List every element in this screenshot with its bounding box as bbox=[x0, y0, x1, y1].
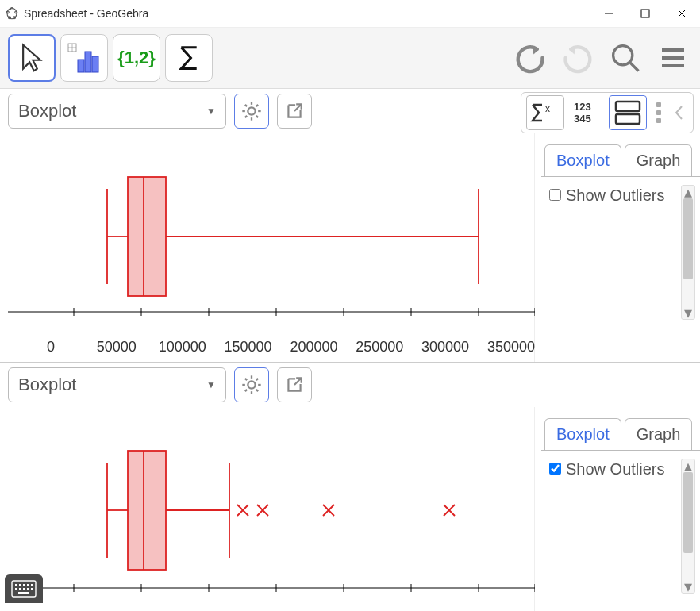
svg-rect-13 bbox=[78, 60, 84, 72]
plot1-show-outliers-label: Show Outliers bbox=[566, 185, 665, 206]
window-minimize-button[interactable] bbox=[590, 0, 627, 27]
undo-button[interactable] bbox=[511, 39, 549, 77]
svg-rect-89 bbox=[19, 588, 21, 590]
plot1-tab-graph[interactable]: Graph bbox=[625, 144, 693, 176]
virtual-keyboard-button[interactable] bbox=[5, 574, 43, 603]
main-toolbar: {1,2} bbox=[0, 27, 700, 89]
plot1-axis-labels: 0500001000001500002000002500003000003500… bbox=[51, 336, 535, 362]
plot2-show-outliers-label: Show Outliers bbox=[566, 459, 665, 479]
analysis-toolbar: x 123345 bbox=[521, 92, 694, 133]
list-icon: {1,2} bbox=[117, 48, 156, 68]
tool-one-variable-analysis[interactable] bbox=[60, 34, 108, 82]
plot2-show-outliers-input[interactable] bbox=[549, 463, 561, 475]
plot1-side-panel: Boxplot Graph Show Outliers ▴ ▾ bbox=[541, 141, 700, 328]
svg-line-56 bbox=[256, 390, 258, 391]
plot2-settings-button[interactable] bbox=[234, 367, 269, 402]
plot2-tab-boxplot[interactable]: Boxplot bbox=[544, 418, 621, 450]
chevron-down-icon: ▾ bbox=[682, 306, 694, 319]
svg-rect-91 bbox=[27, 588, 29, 590]
svg-line-57 bbox=[245, 390, 247, 391]
layout-button[interactable] bbox=[609, 95, 647, 130]
plot2-show-outliers-checkbox[interactable]: Show Outliers bbox=[549, 459, 665, 479]
plot2-type-label: Boxplot bbox=[18, 375, 76, 395]
plot2-chart-area: 0500001000001500002000002500003000003500… bbox=[0, 407, 535, 611]
svg-point-50 bbox=[248, 381, 255, 388]
scrollbar-thumb[interactable] bbox=[683, 472, 693, 553]
window-close-button[interactable] bbox=[663, 0, 700, 27]
plot1-show-outliers-input[interactable] bbox=[549, 189, 561, 201]
window-titlebar: Spreadsheet - GeoGebra bbox=[0, 0, 700, 27]
plot2-side-panel: Boxplot Graph Show Outliers ▴ ▾ bbox=[541, 415, 700, 601]
chevron-down-icon: ▼ bbox=[206, 379, 216, 390]
svg-rect-72 bbox=[128, 451, 166, 570]
plot1-settings-button[interactable] bbox=[234, 94, 269, 129]
svg-rect-88 bbox=[15, 588, 17, 590]
plot1-type-dropdown[interactable]: Boxplot ▼ bbox=[8, 94, 226, 129]
svg-line-26 bbox=[245, 105, 247, 106]
svg-text:345: 345 bbox=[574, 113, 591, 125]
boxplot-2 bbox=[0, 407, 535, 605]
svg-rect-84 bbox=[19, 584, 21, 586]
window-maximize-button[interactable] bbox=[627, 0, 663, 27]
plot1-type-label: Boxplot bbox=[18, 101, 76, 121]
tool-create-list[interactable]: {1,2} bbox=[113, 34, 160, 82]
plot2-scrollbar[interactable]: ▴ ▾ bbox=[681, 459, 695, 594]
plot1-popout-button[interactable] bbox=[277, 94, 312, 129]
window-title: Spreadsheet - GeoGebra bbox=[24, 7, 148, 20]
svg-rect-33 bbox=[616, 102, 640, 111]
svg-line-17 bbox=[630, 63, 639, 71]
statistics-button[interactable]: x bbox=[526, 95, 564, 130]
svg-rect-93 bbox=[18, 592, 29, 594]
plot1-tab-boxplot[interactable]: Boxplot bbox=[544, 144, 621, 176]
plot1-chart-area: 0500001000001500002000002500003000003500… bbox=[0, 133, 535, 362]
plot2-axis-labels: 0500001000001500002000002500003000003500… bbox=[51, 605, 535, 611]
svg-text:123: 123 bbox=[574, 101, 591, 113]
tool-move[interactable] bbox=[8, 34, 56, 82]
search-button[interactable] bbox=[606, 39, 644, 77]
redo-button[interactable] bbox=[559, 39, 597, 77]
boxplot-1 bbox=[0, 133, 535, 336]
scrollbar-thumb[interactable] bbox=[683, 198, 693, 279]
plot2-type-dropdown[interactable]: Boxplot ▼ bbox=[8, 367, 226, 402]
svg-rect-86 bbox=[27, 584, 29, 586]
svg-point-16 bbox=[613, 46, 633, 65]
svg-rect-90 bbox=[23, 588, 25, 590]
svg-line-27 bbox=[256, 116, 258, 117]
chevron-down-icon: ▼ bbox=[206, 106, 216, 117]
svg-rect-15 bbox=[92, 56, 98, 72]
svg-rect-7 bbox=[641, 10, 649, 17]
chevron-up-icon: ▴ bbox=[682, 186, 694, 198]
svg-rect-83 bbox=[15, 584, 17, 586]
show-data-button[interactable]: 123345 bbox=[567, 95, 606, 130]
plot1-scrollbar[interactable]: ▴ ▾ bbox=[681, 185, 695, 320]
chevron-up-icon: ▴ bbox=[682, 459, 694, 472]
plot2-tab-graph[interactable]: Graph bbox=[625, 418, 693, 450]
svg-line-29 bbox=[256, 105, 258, 106]
svg-text:x: x bbox=[545, 103, 550, 114]
svg-point-21 bbox=[248, 107, 255, 114]
app-icon bbox=[5, 6, 19, 21]
collapse-panel-button[interactable] bbox=[671, 104, 688, 121]
svg-line-28 bbox=[245, 116, 247, 117]
svg-rect-87 bbox=[31, 584, 33, 586]
svg-rect-14 bbox=[85, 52, 91, 72]
svg-rect-48 bbox=[128, 177, 166, 296]
svg-rect-92 bbox=[31, 588, 33, 590]
tool-sum[interactable] bbox=[165, 34, 213, 82]
svg-rect-34 bbox=[616, 114, 640, 124]
plot1-show-outliers-checkbox[interactable]: Show Outliers bbox=[549, 185, 665, 206]
more-options-button[interactable] bbox=[650, 102, 667, 123]
plot-section-2: Boxplot ▼ bbox=[0, 363, 700, 611]
chevron-down-icon: ▾ bbox=[682, 580, 694, 593]
svg-rect-85 bbox=[23, 584, 25, 586]
plot-section-1: Boxplot ▼ x 123345 bbox=[0, 89, 700, 362]
menu-button[interactable] bbox=[654, 39, 692, 77]
plot2-popout-button[interactable] bbox=[277, 367, 312, 402]
svg-line-58 bbox=[256, 379, 258, 380]
svg-line-55 bbox=[245, 379, 247, 380]
